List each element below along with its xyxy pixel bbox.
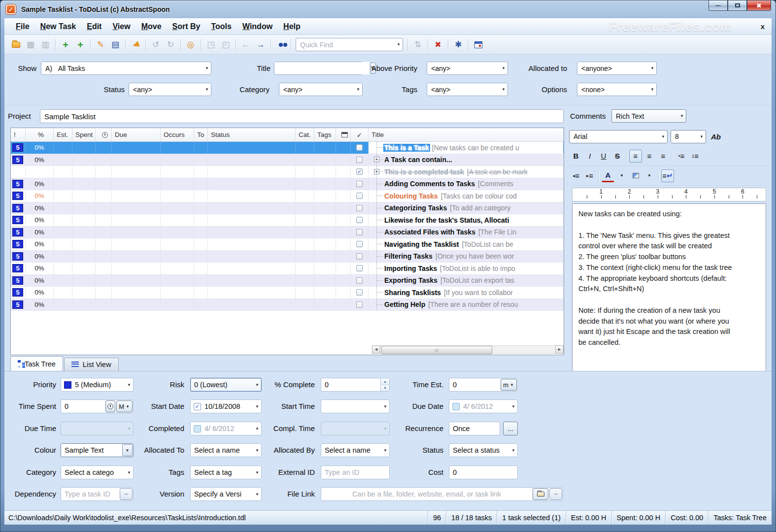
done-checkbox[interactable]: ✓ [356, 193, 363, 199]
calendar-button[interactable] [472, 38, 485, 52]
col-header-title[interactable]: Title [369, 128, 564, 141]
col-header-occurs[interactable]: Occurs [161, 128, 194, 141]
align-center-button[interactable]: ≡ [643, 150, 656, 163]
scroll-left-arrow[interactable]: ◄ [372, 345, 380, 354]
title-cell[interactable]: + Sharing Tasklists [If you want to coll… [369, 287, 564, 299]
new-subtask-button[interactable]: + [73, 38, 87, 52]
risk-select[interactable]: 0 (Lowest) ▼ [190, 378, 262, 392]
font-size-select[interactable]: 8 ▼ [671, 130, 706, 143]
done-checkbox[interactable]: ✓ [356, 265, 363, 271]
menu-item[interactable]: File [10, 20, 35, 33]
task-row[interactable]: 5 0% ✓ + [11, 299, 564, 311]
scrollbar-thumb[interactable]: ||| [381, 346, 492, 354]
compl-time-select[interactable]: ▼ [321, 422, 390, 435]
external-id-field[interactable] [321, 466, 390, 479]
title-cell[interactable]: + Navigating the Tasklist [ToDoList can … [369, 238, 564, 250]
start-date-field[interactable]: ✓ 10/18/2008 ▼ [190, 399, 262, 413]
chevron-down-icon[interactable]: ▼ [395, 42, 403, 47]
quick-find-combo[interactable]: ▼ [296, 38, 403, 51]
start-date-checkbox[interactable]: ✓ [194, 403, 201, 410]
task-row[interactable]: 5 0% ✓ + [11, 202, 564, 215]
scroll-right-arrow[interactable]: ► [555, 345, 564, 354]
align-left-button[interactable]: ≡ [629, 150, 642, 163]
reminder-button[interactable] [129, 38, 142, 52]
external-id-input[interactable] [321, 468, 389, 476]
col-header-priority[interactable]: ! [11, 128, 26, 141]
scrollbar-track[interactable]: ||| [380, 345, 555, 354]
done-checkbox[interactable]: ✓ [356, 217, 363, 223]
due-time-select[interactable]: ▼ [61, 422, 134, 435]
fill-color-button[interactable] [629, 169, 642, 182]
open-tasklist-button[interactable] [9, 38, 23, 52]
time-est-field[interactable]: m▼ [449, 378, 518, 392]
dependency-field[interactable]: ~ [61, 487, 134, 501]
title-cell[interactable]: + Adding Comments to Tasks [Comments [369, 178, 564, 190]
outdent-button[interactable]: ◂≡ [570, 169, 582, 182]
file-link-view-button[interactable]: ~ [549, 488, 562, 500]
allocated-to-select[interactable]: Select a name ▼ [190, 443, 262, 457]
cost-input[interactable] [449, 468, 517, 476]
title-cell[interactable]: + Importing Tasks [ToDoList is able to i… [369, 263, 564, 274]
task-row[interactable]: 5 0% ✓ + [11, 142, 564, 154]
status-select[interactable]: Select a status ▼ [449, 443, 518, 457]
title-cell[interactable]: + Getting Help [There are a number of re… [369, 299, 564, 311]
maximize-comments-button[interactable]: ◰ [219, 38, 233, 52]
recurrence-field[interactable]: Once [449, 422, 500, 435]
fill-color-dropdown[interactable]: ▼ [643, 169, 656, 182]
expand-icon[interactable]: + [374, 169, 379, 174]
version-select[interactable]: Specify a Versi ▼ [190, 487, 262, 501]
view-tab[interactable]: Task Tree [10, 356, 63, 371]
allocated-by-select[interactable]: Select a name ▼ [321, 443, 390, 457]
completed-date-field[interactable]: 4/ 6/2012 ▼ [190, 422, 262, 435]
col-header-tags[interactable]: Tags [314, 128, 336, 141]
edit-task-button[interactable]: ✎ [94, 38, 107, 52]
done-checkbox[interactable]: ✓ [356, 277, 363, 284]
horizontal-scrollbar[interactable]: ◄ ||| ► [372, 345, 564, 354]
time-spent-timer-button[interactable] [105, 400, 115, 412]
save-all-button[interactable]: ▥ [38, 38, 52, 52]
bold-button[interactable]: B [570, 150, 582, 163]
time-spent-input[interactable] [61, 402, 105, 410]
pct-complete-input[interactable] [321, 381, 380, 389]
forward-button[interactable]: → [254, 38, 268, 52]
filter-tags-select[interactable]: <any> ▼ [427, 83, 508, 96]
numbered-list-button[interactable]: 1≡ [689, 150, 702, 163]
bullet-list-button[interactable]: •≡ [675, 150, 688, 163]
delete-task-button[interactable]: ✖ [431, 38, 445, 52]
due-date-checkbox[interactable] [452, 403, 460, 410]
menu-item[interactable]: Window [237, 20, 278, 33]
font-color-button[interactable]: A [602, 169, 614, 182]
cost-field[interactable] [449, 466, 518, 479]
col-header-filelink[interactable] [336, 128, 351, 141]
col-header-percent[interactable]: % [26, 128, 54, 141]
font-color-dropdown[interactable]: ▼ [615, 169, 628, 182]
redo-button[interactable]: ↻ [164, 38, 177, 52]
col-header-done[interactable]: ✓ [351, 128, 369, 141]
task-row[interactable]: 5 0% ✓ + [11, 287, 564, 299]
project-input[interactable] [40, 109, 564, 123]
task-row[interactable]: 5 0% ✓ + [11, 227, 564, 239]
done-checkbox[interactable]: ✓ [356, 253, 363, 260]
file-link-input[interactable] [321, 490, 532, 498]
strikethrough-button[interactable]: S [611, 150, 624, 163]
title-cell[interactable]: + A Task can contain... [369, 154, 564, 166]
menu-item[interactable]: Move [136, 20, 167, 33]
done-checkbox[interactable]: ✓ [356, 229, 363, 235]
task-row[interactable]: ✓ + This is a completed task [A task can… [11, 166, 564, 178]
expand-icon[interactable]: + [374, 157, 379, 162]
completed-checkbox[interactable] [194, 425, 201, 432]
sort-button[interactable]: ⇅ [411, 38, 425, 52]
task-row[interactable]: 5 0% ✓ + [11, 263, 564, 275]
menu-item[interactable]: View [107, 20, 135, 33]
filter-above-priority-select[interactable]: <any> ▼ [427, 62, 508, 75]
col-header-to[interactable]: To [194, 128, 208, 141]
col-header-category[interactable]: Cat. [296, 128, 314, 141]
find-tasks-button[interactable] [274, 38, 288, 52]
task-row[interactable]: 5 0% ✓ + [11, 275, 564, 287]
title-cell[interactable]: + Colouring Tasks [Tasks can be colour c… [369, 190, 564, 202]
done-checkbox[interactable]: ✓ [356, 181, 363, 187]
menu-item[interactable]: Sort By [167, 20, 206, 33]
menu-item[interactable]: New Task [35, 20, 82, 33]
quick-find-input[interactable] [296, 41, 395, 49]
maximize-button[interactable] [728, 0, 747, 11]
